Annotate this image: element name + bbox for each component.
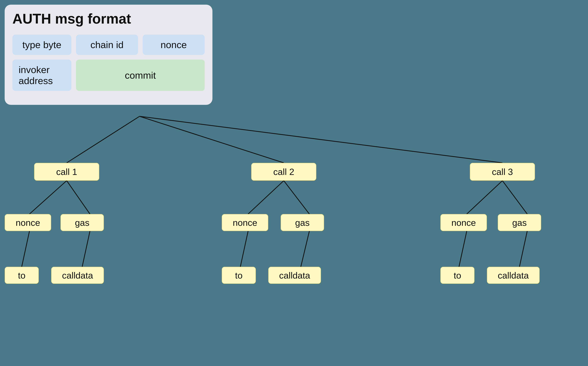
svg-line-11	[467, 181, 502, 214]
call1-box: call 1	[34, 163, 99, 181]
call3-box: call 3	[470, 163, 535, 181]
svg-line-13	[459, 231, 467, 267]
svg-line-12	[502, 181, 527, 214]
svg-line-3	[30, 181, 67, 214]
type-byte-box: type byte	[12, 35, 71, 55]
nonce2-label: nonce	[233, 217, 257, 228]
svg-line-1	[140, 116, 284, 163]
type-byte-label: type byte	[22, 39, 61, 50]
auth-row-1: type byte chain id nonce	[12, 35, 205, 55]
svg-line-5	[22, 231, 30, 267]
calldata2-box: calldata	[268, 267, 321, 284]
auth-title: AUTH msg format	[12, 11, 205, 27]
invoker-address-label: invoker address	[19, 64, 65, 86]
svg-line-2	[140, 116, 502, 163]
nonce-top-box: nonce	[143, 35, 205, 55]
chain-id-box: chain id	[76, 35, 138, 55]
auth-row-2: invoker address commit	[12, 60, 205, 91]
nonce3-box: nonce	[440, 214, 487, 231]
calldata3-label: calldata	[498, 270, 529, 281]
svg-line-7	[248, 181, 284, 214]
svg-line-6	[82, 231, 90, 267]
call2-box: call 2	[251, 163, 316, 181]
commit-box: commit	[76, 60, 205, 91]
gas2-box: gas	[281, 214, 324, 231]
gas1-box: gas	[60, 214, 104, 231]
nonce-top-label: nonce	[161, 39, 187, 50]
svg-line-14	[520, 231, 527, 267]
chain-id-label: chain id	[90, 39, 124, 50]
to3-box: to	[440, 267, 475, 284]
to2-label: to	[235, 270, 242, 281]
gas1-label: gas	[75, 217, 90, 228]
invoker-address-box: invoker address	[12, 60, 71, 91]
nonce1-label: nonce	[16, 217, 40, 228]
gas2-label: gas	[295, 217, 310, 228]
call2-label: call 2	[273, 167, 294, 177]
calldata3-box: calldata	[487, 267, 540, 284]
gas3-box: gas	[498, 214, 541, 231]
to3-label: to	[454, 270, 461, 281]
svg-line-0	[67, 116, 140, 163]
call1-label: call 1	[56, 167, 77, 177]
calldata1-label: calldata	[62, 270, 93, 281]
svg-line-10	[301, 231, 309, 267]
gas3-label: gas	[512, 217, 527, 228]
to1-box: to	[5, 267, 39, 284]
auth-card: AUTH msg format type byte chain id nonce…	[5, 5, 212, 105]
commit-label: commit	[125, 70, 156, 81]
calldata2-label: calldata	[279, 270, 310, 281]
nonce3-label: nonce	[451, 217, 476, 228]
to2-box: to	[222, 267, 256, 284]
svg-line-4	[67, 181, 90, 214]
svg-line-9	[240, 231, 248, 267]
calldata1-box: calldata	[51, 267, 104, 284]
svg-line-8	[284, 181, 309, 214]
call3-label: call 3	[492, 167, 513, 177]
nonce2-box: nonce	[222, 214, 268, 231]
to1-label: to	[18, 270, 25, 281]
nonce1-box: nonce	[5, 214, 51, 231]
